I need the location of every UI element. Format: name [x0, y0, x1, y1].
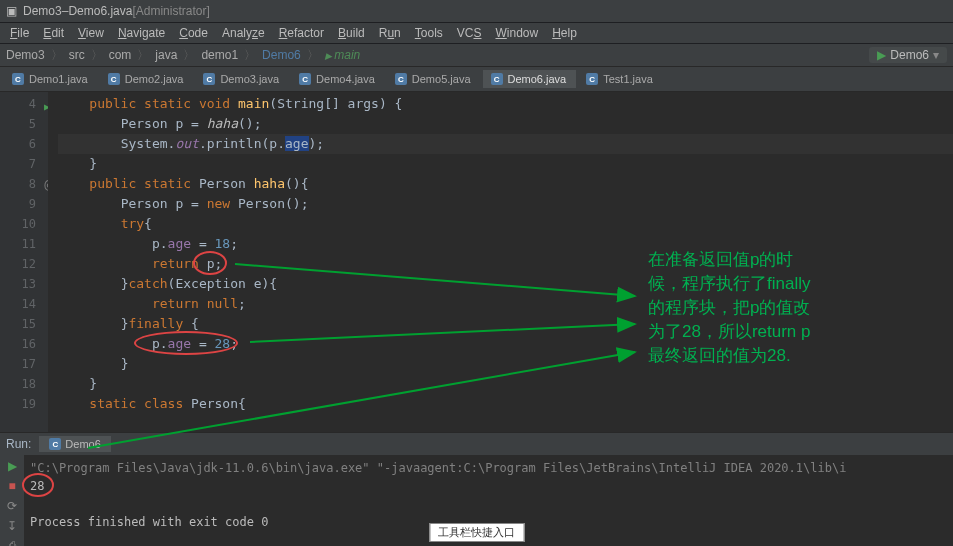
window-icon: ▣ [6, 4, 17, 18]
crumb-2[interactable]: com [109, 48, 132, 62]
hint-tooltip: 工具栏快捷入口 [429, 523, 524, 542]
title-bar: ▣ Demo3 – Demo6.java [Administrator] [0, 0, 953, 23]
menu-tools[interactable]: Tools [409, 25, 449, 41]
run-tool-column: ▶ ■ ⟳ ↧ ⎙ 🗑 [0, 455, 24, 546]
menu-file[interactable]: File [4, 25, 35, 41]
tab-demo6[interactable]: CDemo6.java [483, 70, 577, 88]
menu-edit[interactable]: Edit [37, 25, 70, 41]
menu-bar: File Edit View Navigate Code Analyze Ref… [0, 23, 953, 44]
tab-demo2[interactable]: CDemo2.java [100, 70, 194, 88]
run-action-restart-icon[interactable]: ⟳ [5, 499, 19, 513]
title-admin: [Administrator] [132, 4, 209, 18]
crumb-4[interactable]: demo1 [201, 48, 238, 62]
run-action-play-icon[interactable]: ▶ [5, 459, 19, 473]
title-project: Demo3 [23, 4, 62, 18]
menu-analyze[interactable]: Analyze [216, 25, 271, 41]
menu-navigate[interactable]: Navigate [112, 25, 171, 41]
tab-demo3[interactable]: CDemo3.java [195, 70, 289, 88]
crumb-3[interactable]: java [155, 48, 177, 62]
tab-demo1[interactable]: CDemo1.java [4, 70, 98, 88]
annotation-circle-output28 [22, 473, 54, 497]
menu-vcs[interactable]: VCS [451, 25, 488, 41]
crumb-0[interactable]: Demo3 [6, 48, 45, 62]
crumb-1[interactable]: src [69, 48, 85, 62]
menu-build[interactable]: Build [332, 25, 371, 41]
run-action-print-icon[interactable]: ⎙ [5, 539, 19, 546]
run-action-stop-icon[interactable]: ■ [5, 479, 19, 493]
menu-window[interactable]: Window [489, 25, 544, 41]
annotation-circle-return-p [193, 251, 227, 275]
tab-demo5[interactable]: CDemo5.java [387, 70, 481, 88]
play-icon: ▶ [877, 48, 886, 62]
tab-demo4[interactable]: CDemo4.java [291, 70, 385, 88]
editor-area: 4▶ 5 6 7 8@ 9 10 11 12 13 14 15 16 17 18… [0, 92, 953, 432]
crumb-5[interactable]: Demo6 [262, 48, 301, 62]
breadcrumb: Demo3〉 src〉 com〉 java〉 demo1〉 Demo6〉 mai… [0, 44, 953, 67]
run-panel-header: Run: CDemo6 [0, 432, 953, 455]
title-file: Demo6.java [68, 4, 132, 18]
run-action-down-icon[interactable]: ↧ [5, 519, 19, 533]
menu-view[interactable]: View [72, 25, 110, 41]
annotation-circle-age28 [134, 331, 238, 355]
console-output-line: 28 [30, 477, 947, 495]
crumb-6[interactable]: main [325, 48, 361, 62]
menu-refactor[interactable]: Refactor [273, 25, 330, 41]
gutter: 4▶ 5 6 7 8@ 9 10 11 12 13 14 15 16 17 18… [0, 92, 48, 432]
menu-code[interactable]: Code [173, 25, 214, 41]
menu-help[interactable]: Help [546, 25, 583, 41]
console-command: "C:\Program Files\Java\jdk-11.0.6\bin\ja… [30, 459, 947, 477]
run-panel-title: Run: [6, 437, 31, 451]
bottom-hint: 工具栏快捷入口 [429, 523, 524, 542]
tab-test1[interactable]: CTest1.java [578, 70, 663, 88]
menu-run[interactable]: Run [373, 25, 407, 41]
editor-tab-bar: CDemo1.java CDemo2.java CDemo3.java CDem… [0, 67, 953, 92]
code-editor[interactable]: public static void main(String[] args) {… [48, 92, 953, 432]
run-config-selector[interactable]: ▶ Demo6 ▾ [869, 47, 947, 63]
chevron-down-icon: ▾ [933, 48, 939, 62]
run-panel-tab[interactable]: CDemo6 [39, 436, 110, 452]
